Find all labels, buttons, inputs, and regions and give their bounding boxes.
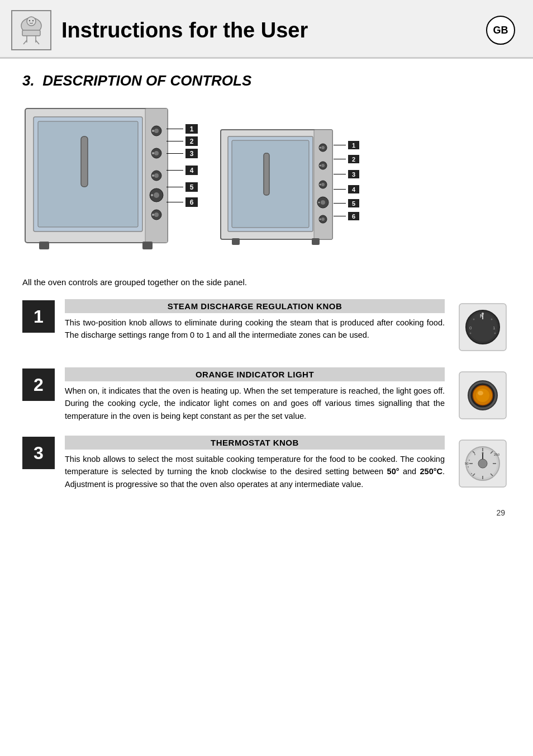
all-controls-text: All the oven controls are grouped togeth… — [22, 277, 511, 287]
label-4-small: 4 — [334, 185, 359, 193]
steam-knob-svg: N 0 1 — [458, 303, 507, 352]
svg-point-28 — [152, 214, 154, 216]
header-left: Instructions for the User — [11, 10, 308, 50]
svg-point-62 — [491, 319, 493, 320]
control-image-3: 50 250 — [455, 436, 511, 492]
svg-point-3 — [29, 20, 30, 21]
oven-diagrams: 1 2 3 4 5 — [22, 103, 511, 262]
svg-text:50: 50 — [465, 462, 469, 465]
control-item-3: 3 THERMOSTAT KNOB This knob allows to se… — [22, 436, 511, 492]
svg-point-40 — [321, 164, 325, 167]
temp-250: 250°C — [420, 467, 442, 476]
svg-point-63 — [470, 333, 472, 334]
svg-point-69 — [478, 391, 483, 395]
svg-text:0: 0 — [469, 325, 472, 330]
logo-icon — [15, 13, 48, 47]
svg-point-90 — [471, 473, 472, 474]
thermostat-knob-svg: 50 250 — [458, 439, 507, 488]
page-number: 29 — [22, 508, 511, 517]
svg-point-47 — [318, 202, 320, 204]
label-5-small: 5 — [334, 199, 359, 207]
svg-point-18 — [154, 151, 159, 155]
svg-point-25 — [151, 194, 153, 196]
svg-point-27 — [154, 212, 159, 217]
main-content: 3. DESCRIPTION OF CONTROLS — [0, 59, 533, 531]
svg-point-41 — [320, 165, 321, 167]
svg-point-19 — [152, 152, 154, 154]
small-oven-labels: 1 2 3 4 5 — [334, 141, 359, 220]
label-5-large: 5 — [166, 182, 198, 192]
svg-rect-12 — [81, 136, 88, 187]
label-1-small: 1 — [334, 141, 359, 149]
label-4-large: 4 — [166, 166, 198, 175]
svg-rect-29 — [39, 242, 49, 249]
label-3-large: 3 — [166, 149, 198, 158]
control-desc-3: This knob allows to select the most suit… — [65, 453, 445, 490]
label-3-small: 3 — [334, 170, 359, 178]
svg-point-2 — [27, 17, 36, 26]
svg-point-64 — [494, 333, 496, 334]
control-desc-2: When on, it indicates that the oven is h… — [65, 385, 445, 422]
oven-diagram-large: 1 2 3 4 5 — [22, 103, 196, 262]
svg-point-15 — [154, 129, 159, 133]
svg-point-87 — [474, 454, 475, 455]
logo-box — [11, 10, 51, 50]
control-text-2: ORANGE INDICATOR LIGHT When on, it indic… — [65, 367, 445, 422]
svg-point-61 — [473, 319, 475, 320]
label-1-large: 1 — [166, 124, 198, 134]
control-number-1: 1 — [22, 300, 55, 333]
control-number-3: 3 — [22, 437, 55, 469]
section-number: 3. — [22, 72, 35, 89]
control-header-1: STEAM DISCHARGE REGULATION KNOB — [65, 299, 445, 313]
svg-point-84 — [478, 459, 487, 468]
control-image-1: N 0 1 — [455, 299, 511, 355]
svg-text:1: 1 — [493, 325, 496, 330]
svg-point-22 — [152, 174, 154, 177]
temp-50: 50° — [387, 467, 399, 476]
oven-diagram-small: 1 2 3 4 5 — [218, 125, 358, 256]
svg-rect-33 — [232, 140, 309, 228]
label-6-large: 6 — [166, 197, 198, 207]
page-header: Instructions for the User GB — [0, 0, 533, 59]
svg-point-21 — [154, 173, 159, 178]
svg-rect-52 — [312, 238, 320, 245]
control-item-2: 2 ORANGE INDICATOR LIGHT When on, it ind… — [22, 367, 511, 423]
svg-rect-30 — [142, 242, 153, 249]
control-header-3: THERMOSTAT KNOB — [65, 436, 445, 450]
svg-line-7 — [23, 40, 27, 44]
label-2-large: 2 — [166, 136, 198, 146]
label-6-small: 6 — [334, 212, 359, 220]
svg-text:250: 250 — [494, 453, 500, 456]
svg-rect-1 — [22, 30, 40, 36]
indicator-light-svg — [458, 371, 507, 420]
gb-badge: GB — [486, 16, 515, 45]
page-title: Instructions for the User — [61, 18, 308, 42]
svg-point-68 — [476, 389, 489, 402]
svg-point-89 — [468, 466, 469, 467]
svg-point-49 — [321, 218, 325, 221]
control-item-1: 1 STEAM DISCHARGE REGULATION KNOB This t… — [22, 299, 511, 355]
svg-point-16 — [152, 130, 154, 132]
svg-point-86 — [482, 452, 484, 454]
svg-point-4 — [32, 20, 34, 21]
svg-point-38 — [320, 147, 321, 149]
svg-rect-51 — [232, 238, 240, 245]
large-oven-labels: 1 2 3 4 5 — [166, 124, 198, 207]
svg-point-44 — [320, 184, 321, 186]
svg-point-37 — [321, 146, 325, 149]
control-text-3: THERMOSTAT KNOB This knob allows to sele… — [65, 436, 445, 490]
svg-line-8 — [36, 40, 39, 44]
svg-point-58 — [482, 313, 484, 315]
control-image-2 — [455, 367, 511, 423]
svg-rect-34 — [264, 153, 269, 195]
section-title: 3. DESCRIPTION OF CONTROLS — [22, 72, 511, 89]
svg-point-43 — [321, 183, 325, 186]
control-desc-1: This two-position knob allows to elimina… — [65, 316, 445, 342]
label-2-small: 2 — [334, 155, 359, 163]
svg-point-24 — [154, 192, 159, 198]
svg-point-50 — [320, 219, 321, 220]
svg-point-46 — [321, 200, 325, 205]
control-header-2: ORANGE INDICATOR LIGHT — [65, 367, 445, 381]
control-number-2: 2 — [22, 368, 55, 401]
control-text-1: STEAM DISCHARGE REGULATION KNOB This two… — [65, 299, 445, 342]
